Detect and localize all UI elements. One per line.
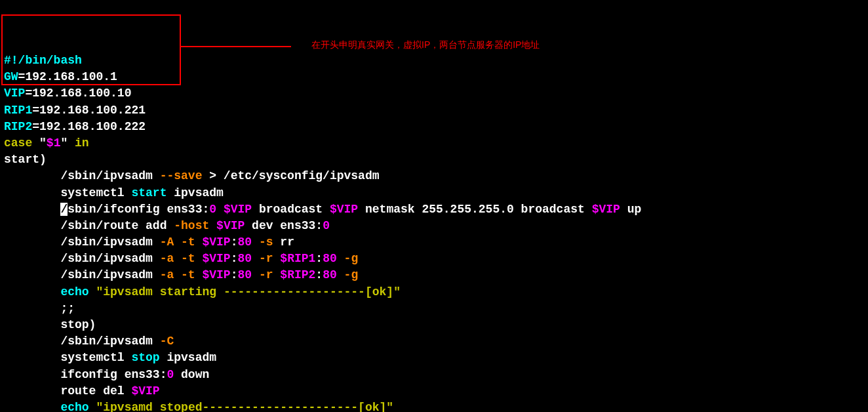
l2-start: start (131, 186, 167, 199)
case-q1: " (32, 136, 47, 150)
start-label: start) (4, 153, 47, 166)
l6-cmd: /sbin/ipvsadm (4, 252, 160, 265)
l3-p1: sbin/ifconfig ens33: (68, 203, 209, 216)
terminal-code[interactable]: #!/bin/bash GW=192.168.100.1 VIP=192.168… (0, 52, 868, 412)
var-vip-val: =192.168.100.10 (25, 87, 131, 100)
case-in: in (75, 136, 89, 150)
l11-cmd: /sbin/ipvsadm (4, 335, 160, 348)
l3-vip1: $VIP (224, 203, 252, 216)
l12-cmd: systemctl (4, 351, 131, 364)
l4-cmd: /sbin/route add (4, 219, 174, 232)
case-kw: case (4, 136, 32, 150)
l3-vip2: $VIP (330, 203, 358, 216)
l1-rest: > /etc/sysconfig/ipvsadm (202, 169, 379, 182)
var-gw-name: GW (4, 70, 18, 83)
echo-kw2: echo (60, 401, 89, 412)
annotation-line (180, 46, 291, 47)
l1-opt: --save (160, 169, 203, 182)
l2-rest: ipvsadm (167, 186, 223, 199)
shebang-line: #!/bin/bash (4, 54, 82, 67)
echo-str2: "ipvsamd stoped----------------------[ok… (96, 401, 393, 412)
l3-num: 0 (209, 203, 216, 216)
l3-cursor: / (60, 203, 68, 216)
l1-cmd: /sbin/ipvsadm (4, 169, 160, 182)
l2-cmd: systemctl (4, 186, 131, 199)
l13-cmd: ifconfig ens33: (4, 368, 167, 381)
annotation-text: 在开头申明真实网关，虚拟IP，两台节点服务器的IP地址 (311, 39, 540, 51)
var-rip2-val: =192.168.100.222 (32, 120, 146, 133)
var-rip1-val: =192.168.100.221 (32, 104, 146, 117)
l9: ;; (4, 302, 75, 315)
l3-indent (4, 203, 60, 216)
var-gw-val: =192.168.100.1 (18, 70, 117, 83)
l3-vip3: $VIP (592, 203, 620, 216)
var-vip-name: VIP (4, 87, 25, 100)
case-q2: " (60, 136, 75, 150)
l7-cmd: /sbin/ipvsadm (4, 268, 160, 281)
case-var: $1 (47, 136, 61, 150)
l5-cmd: /sbin/ipvsadm (4, 236, 160, 249)
stop-label: stop) (4, 318, 96, 331)
var-rip1-name: RIP1 (4, 104, 32, 117)
echo-str1: "ipvsadm starting --------------------[o… (96, 285, 400, 299)
var-rip2-name: RIP2 (4, 120, 32, 133)
echo-kw: echo (60, 285, 89, 299)
l14-cmd: route del (4, 384, 131, 398)
